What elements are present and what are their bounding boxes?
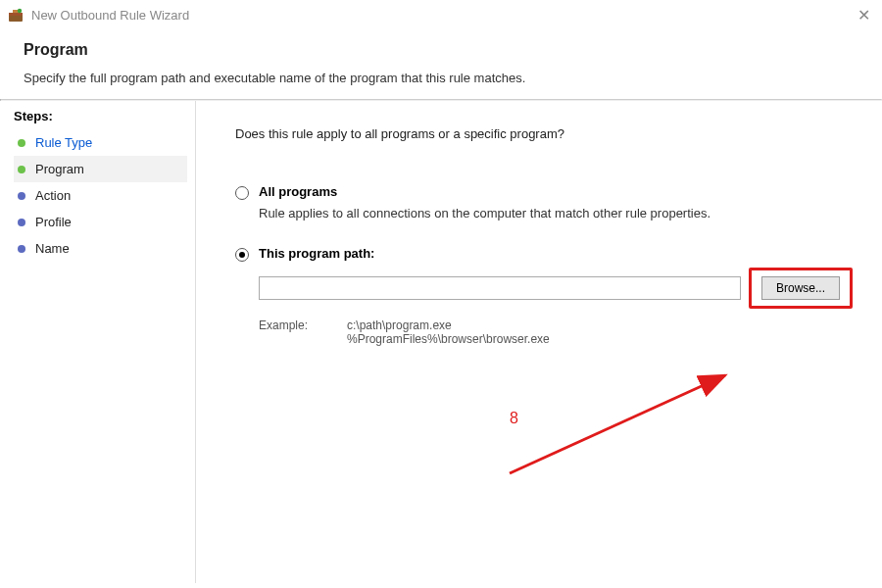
step-label: Program: [35, 162, 84, 176]
step-name[interactable]: Name: [14, 235, 187, 262]
step-label: Action: [35, 188, 71, 203]
option-program-path-row[interactable]: This program path:: [235, 246, 853, 262]
question-text: Does this rule apply to all programs or …: [235, 126, 853, 141]
step-label: Name: [35, 241, 70, 256]
option-all-programs-desc: Rule applies to all connections on the c…: [259, 206, 853, 220]
step-label: Rule Type: [35, 135, 92, 150]
body: Steps: Rule Type Program Action Profile …: [0, 101, 882, 583]
browse-highlight: Browse...: [749, 268, 853, 309]
svg-rect-1: [9, 13, 23, 16]
step-label: Profile: [35, 215, 72, 229]
example-label: Example:: [259, 318, 347, 346]
close-icon[interactable]: ✕: [858, 6, 870, 24]
program-path-input[interactable]: [259, 276, 741, 300]
svg-line-5: [510, 375, 725, 473]
wizard-icon: [8, 7, 24, 23]
page-subtitle: Specify the full program path and execut…: [24, 71, 858, 85]
bullet-icon: [18, 166, 25, 173]
option-all-programs-label: All programs: [259, 184, 337, 199]
main-panel: Does this rule apply to all programs or …: [196, 101, 882, 583]
option-program-path-label: This program path:: [259, 246, 374, 261]
program-path-row: Browse...: [259, 268, 853, 309]
titlebar: New Outbound Rule Wizard ✕: [0, 0, 882, 29]
annotation-number: 8: [510, 410, 518, 427]
step-rule-type[interactable]: Rule Type: [14, 129, 187, 156]
radio-program-path[interactable]: [235, 248, 249, 262]
bullet-icon: [18, 219, 25, 226]
wizard-window: New Outbound Rule Wizard ✕ Program Speci…: [0, 0, 882, 588]
step-program[interactable]: Program: [14, 156, 187, 182]
annotation-arrow-icon: [490, 366, 745, 483]
steps-label: Steps:: [14, 109, 187, 123]
bullet-icon: [18, 139, 25, 147]
bullet-icon: [18, 192, 25, 200]
option-all-programs-row[interactable]: All programs: [235, 184, 853, 200]
browse-button[interactable]: Browse...: [761, 276, 840, 300]
page-heading: Program: [24, 41, 858, 59]
steps-sidebar: Steps: Rule Type Program Action Profile …: [0, 101, 196, 583]
header-area: Program Specify the full program path an…: [0, 29, 882, 99]
window-title: New Outbound Rule Wizard: [31, 8, 189, 23]
radio-all-programs[interactable]: [235, 186, 249, 200]
bullet-icon: [18, 245, 25, 253]
example-text: c:\path\program.exe %ProgramFiles%\brows…: [347, 318, 550, 346]
step-action[interactable]: Action: [14, 182, 187, 209]
svg-point-3: [18, 9, 22, 13]
step-profile[interactable]: Profile: [14, 209, 187, 235]
example-row: Example: c:\path\program.exe %ProgramFil…: [259, 318, 853, 346]
